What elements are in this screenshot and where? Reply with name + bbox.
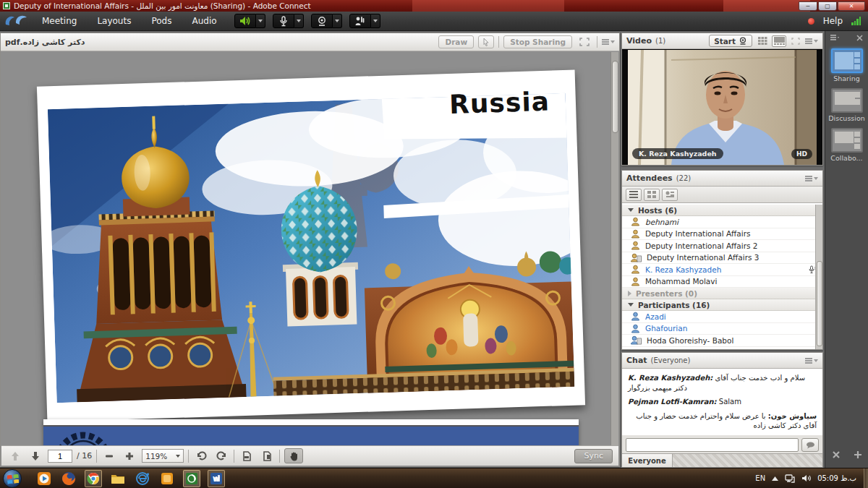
speaker-button[interactable] xyxy=(234,14,256,28)
attendees-pod-menu-button[interactable] xyxy=(805,176,818,181)
attendee-row[interactable]: Deputy International Affairs xyxy=(622,228,822,241)
zoom-out-button[interactable] xyxy=(101,449,117,463)
menu-help[interactable]: Help xyxy=(823,16,843,26)
tray-clock[interactable]: ب.ظ 05:09 xyxy=(817,474,859,482)
pan-tool-button[interactable] xyxy=(284,448,303,463)
presenters-group-header[interactable]: Presenters (0) xyxy=(622,288,822,299)
taskbar-word[interactable]: W xyxy=(208,470,225,487)
attendee-row[interactable]: Azadi xyxy=(622,311,822,323)
webcam-small-icon xyxy=(739,37,747,45)
fit-page-button[interactable] xyxy=(259,449,275,463)
fit-width-button[interactable] xyxy=(239,449,255,463)
video-fullscreen-button[interactable] xyxy=(788,35,803,47)
speaker-options-caret[interactable] xyxy=(256,14,265,28)
webcam-button[interactable] xyxy=(311,14,333,28)
next-page-button[interactable] xyxy=(27,449,43,463)
chrome-icon xyxy=(87,472,100,485)
chat-pod: Chat (Everyone) K. Reza Kashyzadeh: سلام… xyxy=(621,352,823,468)
raise-hand-button[interactable] xyxy=(349,14,371,28)
video-pod-title: Video xyxy=(626,36,652,46)
attendees-scrollbar[interactable] xyxy=(815,205,822,349)
maximize-button[interactable]: ▢ xyxy=(818,1,837,11)
start-webcam-button[interactable]: Start xyxy=(709,35,752,47)
raise-hand-options-caret[interactable] xyxy=(371,14,380,28)
host-user-document-icon xyxy=(631,253,642,262)
taskbar-chrome[interactable] xyxy=(85,470,102,487)
filmstrip-view-button[interactable] xyxy=(772,35,786,47)
taskbar-adobe-connect[interactable] xyxy=(183,470,200,487)
start-button[interactable] xyxy=(3,469,22,488)
stop-sharing-button[interactable]: Stop Sharing xyxy=(503,35,572,48)
start-webcam-label: Start xyxy=(714,37,736,46)
show-desktop-button[interactable] xyxy=(864,468,868,488)
attendee-status-view-button[interactable] xyxy=(662,189,678,201)
attendee-name: Deputy International Affairs 2 xyxy=(645,241,757,250)
layouts-menu-button[interactable] xyxy=(830,35,839,41)
sync-button[interactable]: Sync xyxy=(574,449,613,463)
tray-language[interactable]: EN xyxy=(755,474,765,482)
pointer-tool-button[interactable] xyxy=(478,35,494,48)
layout-thumb-discussion[interactable] xyxy=(831,88,863,113)
close-button[interactable]: ✕ xyxy=(838,1,865,11)
chat-input[interactable] xyxy=(626,438,799,452)
document-scrollbar[interactable] xyxy=(610,52,618,445)
webcam-options-caret[interactable] xyxy=(333,14,342,28)
attendee-row-self[interactable]: K. Reza Kashyzadeh xyxy=(622,264,822,276)
attendee-list-view-button[interactable] xyxy=(626,189,642,201)
taskbar-orange-app[interactable] xyxy=(158,470,176,487)
send-message-button[interactable] xyxy=(801,438,819,452)
previous-page-button[interactable] xyxy=(7,449,23,463)
attendee-grid-view-button[interactable] xyxy=(644,189,660,201)
layout-thumb-collaboration[interactable] xyxy=(831,128,863,153)
participant-user-icon xyxy=(631,312,640,321)
zoom-in-button[interactable] xyxy=(122,449,137,463)
menu-audio[interactable]: Audio xyxy=(182,12,226,30)
microphone-options-caret[interactable] xyxy=(294,14,304,28)
delete-layout-button[interactable] xyxy=(832,450,841,459)
microphone-button[interactable] xyxy=(273,14,294,28)
taskbar-internet-explorer[interactable] xyxy=(134,470,151,487)
tray-expand-icon[interactable] xyxy=(772,476,778,481)
sharif-university-logo xyxy=(43,427,123,445)
taskbar-firefox[interactable] xyxy=(60,470,77,487)
document-scrollbar-thumb[interactable] xyxy=(612,61,618,133)
volume-icon[interactable] xyxy=(801,474,811,482)
attendee-name: Deputy International Affairs 3 xyxy=(647,253,759,262)
taskbar-explorer[interactable] xyxy=(109,470,127,487)
connection-signal-icon xyxy=(851,17,861,25)
hand-icon xyxy=(289,451,299,461)
plus-icon xyxy=(124,451,135,461)
menu-pods[interactable]: Pods xyxy=(141,12,182,30)
participants-group-header[interactable]: Participants (16) xyxy=(622,299,822,311)
network-icon[interactable] xyxy=(785,474,795,483)
attendee-row[interactable]: Mohammad Molavi xyxy=(622,276,822,288)
minimize-button[interactable]: ─ xyxy=(799,1,817,11)
video-pod-menu-button[interactable] xyxy=(805,38,818,44)
rotate-right-button[interactable] xyxy=(213,449,229,463)
layout-thumb-sharing[interactable] xyxy=(831,48,863,73)
draw-button[interactable]: Draw xyxy=(438,35,474,48)
grid-view-button[interactable] xyxy=(755,35,770,47)
attendee-row[interactable]: behnami xyxy=(622,216,822,228)
rotate-left-button[interactable] xyxy=(193,449,209,463)
share-pod-menu-button[interactable] xyxy=(602,39,615,45)
menu-meeting[interactable]: Meeting xyxy=(32,12,87,30)
attendees-scrollbar-thumb[interactable] xyxy=(817,261,822,346)
zoom-select-caret-icon xyxy=(176,455,180,458)
taskbar-media-player[interactable] xyxy=(35,470,53,487)
attendee-row[interactable]: Deputy International Affairs 3 xyxy=(622,252,822,265)
fullscreen-button[interactable] xyxy=(576,35,592,48)
layouts-close-button[interactable] xyxy=(856,35,863,41)
page-number-input[interactable] xyxy=(48,450,72,463)
zoom-level-select[interactable]: 119% xyxy=(142,449,184,463)
hosts-group-header[interactable]: Hosts (6) xyxy=(622,205,822,216)
attendee-name: Mohammad Molavi xyxy=(645,277,717,286)
attendee-row[interactable]: Deputy International Affairs 2 xyxy=(622,240,822,252)
chat-pod-menu-button[interactable] xyxy=(805,358,818,364)
chat-sender: Pejman Lotfi-Kamran: xyxy=(628,398,717,406)
attendee-row[interactable]: Hoda Ghoreishy- Babol xyxy=(622,335,822,347)
attendee-row[interactable]: Ghafourian xyxy=(622,323,822,335)
menu-layouts[interactable]: Layouts xyxy=(87,12,141,30)
chat-tab-everyone[interactable]: Everyone xyxy=(622,454,673,467)
add-layout-button[interactable] xyxy=(854,450,862,459)
